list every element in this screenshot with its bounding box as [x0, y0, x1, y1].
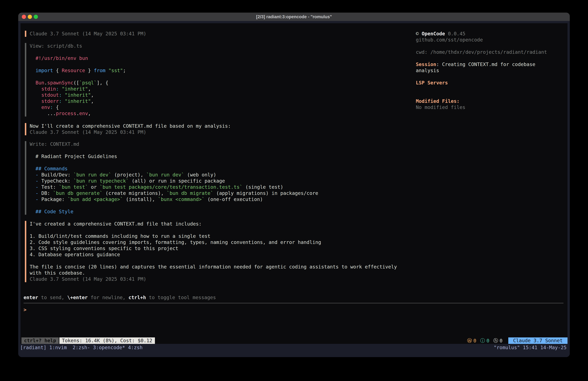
tool-output-bar — [25, 141, 26, 215]
tokens-cost-chip: Tokens: 16.4K (8%), Cost: $0.12 — [59, 337, 155, 344]
terminal-window: [2/3] radiant:3:opencode - "romulus" Cla… — [18, 13, 570, 357]
zoom-button[interactable] — [34, 15, 38, 19]
prompt-input[interactable]: > — [23, 307, 564, 326]
traffic-lights — [22, 13, 38, 21]
close-button[interactable] — [22, 15, 26, 19]
input-separator-line — [23, 303, 564, 303]
opencode-tui: Claude 3.7 Sonnet (14 May 2025 03:41 PM)… — [21, 23, 567, 344]
assistant-message-text: I've created a comprehensive CONTEXT.md … — [26, 221, 397, 282]
tool-output-view-db-ts: View: script/db.ts #!/usr/bin/env bun im… — [25, 43, 126, 116]
opencode-status-bar: ctrl+? help Tokens: 16.4K (8%), Cost: $0… — [21, 337, 567, 344]
message-footer-text: Claude 3.7 Sonnet (14 May 2025 03:41 PM) — [26, 31, 146, 37]
assistant-message-mid: Now I'll create a comprehensive CONTEXT.… — [25, 123, 231, 135]
diagnostics-info: ⓘ 0 — [480, 337, 489, 344]
tmux-session-clock: "romulus" 15:41 14-May-25 — [494, 344, 567, 351]
sidebar-info-lines: © OpenCode 0.0.45github.com/sst/opencode… — [416, 31, 547, 111]
assistant-message-bar — [25, 221, 26, 282]
hint-count: 0 — [500, 338, 503, 344]
assistant-message-bar — [25, 31, 26, 37]
tool-write-markdown: Write: CONTEXT.md # Radiant Project Guid… — [26, 141, 318, 215]
window-title: [2/3] radiant:3:opencode - "romulus" — [256, 14, 332, 19]
keybinding-hint-line: enter to send, \+enter for newline, ctrl… — [23, 294, 216, 301]
help-shortcut-chip: ctrl+? help — [21, 337, 59, 344]
message-footer-previous: Claude 3.7 Sonnet (14 May 2025 03:41 PM) — [25, 31, 146, 37]
tool-output-write-context-md: Write: CONTEXT.md # Radiant Project Guid… — [25, 141, 318, 215]
tool-output-bar — [25, 43, 26, 116]
status-right-group: Ⓦ 0 ⓘ 0 ⓗ 0 Claude 3.7 Sonnet — [467, 337, 567, 344]
window-titlebar: [2/3] radiant:3:opencode - "romulus" — [18, 13, 570, 21]
tool-view-code: View: script/db.ts #!/usr/bin/env bun im… — [26, 43, 126, 116]
assistant-message-text: Now I'll create a comprehensive CONTEXT.… — [26, 123, 231, 135]
diagnostics-warnings: Ⓦ 0 — [467, 337, 476, 344]
hint-circle-icon: ⓗ — [493, 337, 498, 344]
warning-circle-icon: Ⓦ — [467, 337, 472, 344]
assistant-message-final: I've created a comprehensive CONTEXT.md … — [25, 221, 397, 282]
diagnostics-hints: ⓗ 0 — [493, 337, 503, 344]
tmux-window-list[interactable]: [radiant] 1:nvim 2:zsh- 3:opencode* 4:zs… — [20, 344, 143, 351]
prompt-chevron-icon: > — [23, 307, 26, 313]
session-sidebar: © OpenCode 0.0.45github.com/sst/opencode… — [416, 31, 547, 111]
model-badge: Claude 3.7 Sonnet — [508, 337, 567, 344]
assistant-message-bar — [25, 123, 26, 135]
tmux-status-bar: [radiant] 1:nvim 2:zsh- 3:opencode* 4:zs… — [18, 344, 570, 357]
warning-count: 0 — [473, 338, 476, 344]
info-circle-icon: ⓘ — [480, 337, 485, 344]
info-count: 0 — [486, 338, 489, 344]
desktop-background: [2/3] radiant:3:opencode - "romulus" Cla… — [0, 0, 588, 381]
keybinding-hint-text: enter to send, \+enter for newline, ctrl… — [23, 294, 216, 301]
minimize-button[interactable] — [28, 15, 32, 19]
